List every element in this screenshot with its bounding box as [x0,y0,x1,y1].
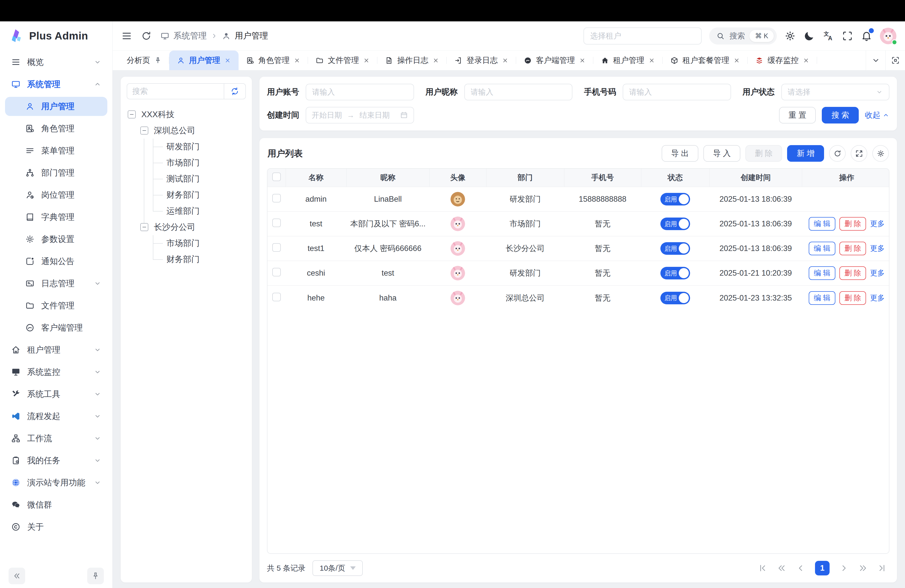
tree-node-4[interactable]: 测试部门 [127,171,246,187]
tab-close-icon[interactable] [803,57,810,64]
tab-close-icon[interactable] [224,57,231,64]
tree-node-5[interactable]: 财务部门 [127,187,246,203]
translate-icon[interactable]: 文A [822,30,834,42]
sidebar-item-13[interactable]: 租户管理 [5,340,107,359]
sidebar-item-17[interactable]: 工作流 [5,429,107,448]
sidebar-item-19[interactable]: 演示站专用功能 [5,473,107,492]
notifications-button[interactable] [861,30,872,42]
first-page-button[interactable] [758,563,767,573]
tree-refresh-button[interactable] [224,84,245,99]
sidebar-item-14[interactable]: 系统监控 [5,362,107,381]
row-avatar[interactable] [451,241,465,256]
row-avatar[interactable] [451,266,465,280]
row-avatar[interactable] [451,192,465,207]
table-fullscreen-button[interactable] [851,145,867,162]
export-button[interactable]: 导 出 [662,145,699,162]
sidebar-item-11[interactable]: 文件管理 [5,296,107,315]
status-select[interactable]: 请选择 [781,84,890,100]
sidebar-item-15[interactable]: 系统工具 [5,385,107,404]
search-button[interactable]: 搜 索 [822,107,859,124]
prev-5-pages-button[interactable] [777,563,786,573]
sidebar-item-21[interactable]: 关于 [5,517,107,536]
status-toggle[interactable]: 启用 [660,242,690,255]
status-toggle[interactable]: 启用 [660,218,690,230]
sidebar-item-2[interactable]: 用户管理 [5,97,107,116]
edit-button[interactable]: 编 辑 [809,291,835,305]
fullscreen-icon[interactable] [841,30,853,42]
row-checkbox[interactable] [272,194,281,202]
import-button[interactable]: 导 入 [703,145,740,162]
global-search-button[interactable]: 搜索 ⌘ K [709,27,777,44]
status-toggle[interactable]: 启用 [660,193,690,205]
tabs-dropdown-button[interactable] [866,51,885,70]
more-actions-link[interactable]: 更多 [870,243,884,254]
nickname-input[interactable] [464,84,573,100]
tab-close-icon[interactable] [363,57,370,64]
tree-node-7[interactable]: 长沙分公司 [127,219,246,235]
table-refresh-button[interactable] [829,145,846,162]
tab-9[interactable]: 缓存监控 [748,51,817,70]
breadcrumb-parent[interactable]: 系统管理 [173,30,206,41]
sidebar-item-10[interactable]: 日志管理 [5,274,107,293]
reset-button[interactable]: 重 置 [779,107,816,124]
status-toggle[interactable]: 启用 [660,267,690,280]
next-5-pages-button[interactable] [858,563,868,573]
edit-button[interactable]: 编 辑 [809,242,835,255]
dark-mode-moon-icon[interactable] [803,30,815,42]
row-checkbox[interactable] [272,268,281,277]
tree-search-input[interactable] [127,84,224,99]
sidebar-item-5[interactable]: 部门管理 [5,163,107,182]
delete-button[interactable]: 删 除 [745,145,782,162]
tree-node-0[interactable]: XXX科技 [127,106,246,122]
next-page-button[interactable] [839,563,849,573]
refresh-page-icon[interactable] [141,30,152,41]
status-toggle[interactable]: 启用 [660,292,690,304]
row-checkbox[interactable] [272,243,281,252]
tab-close-icon[interactable] [502,57,508,64]
tree-expander-icon[interactable] [128,110,136,118]
gear-icon[interactable] [784,30,796,42]
phone-input[interactable] [623,84,731,100]
tab-6[interactable]: 客户端管理 [516,51,593,70]
tree-expander-icon[interactable] [140,223,148,231]
tab-2[interactable]: 角色管理 [238,51,308,70]
add-button[interactable]: 新 增 [787,145,824,162]
row-avatar[interactable] [451,291,465,305]
select-all-checkbox[interactable] [272,173,281,181]
last-page-button[interactable] [877,563,887,573]
tab-7[interactable]: 租户管理 [593,51,663,70]
tab-8[interactable]: 租户套餐管理 [663,51,748,70]
delete-row-button[interactable]: 删 除 [839,242,866,255]
sidebar-item-6[interactable]: 岗位管理 [5,185,107,205]
tree-node-3[interactable]: 市场部门 [127,155,246,171]
row-checkbox[interactable] [272,219,281,227]
sidebar-item-1[interactable]: 系统管理 [5,75,107,94]
tree-node-2[interactable]: 研发部门 [127,138,246,155]
delete-row-button[interactable]: 删 除 [839,217,866,230]
delete-row-button[interactable]: 删 除 [839,291,866,305]
edit-button[interactable]: 编 辑 [809,266,835,280]
row-avatar[interactable] [451,216,465,231]
sidebar-item-4[interactable]: 菜单管理 [5,141,107,160]
tree-node-6[interactable]: 运维部门 [127,203,246,219]
tree-node-1[interactable]: 深圳总公司 [127,122,246,138]
sidebar-item-7[interactable]: 字典管理 [5,208,107,227]
tab-close-icon[interactable] [648,57,655,64]
tree-expander-icon[interactable] [140,127,148,135]
sidebar-item-12[interactable]: 客户端管理 [5,318,107,337]
current-page-button[interactable]: 1 [815,561,830,575]
sidebar-item-9[interactable]: 通知公告 [5,252,107,271]
prev-page-button[interactable] [796,563,805,573]
tree-node-9[interactable]: 财务部门 [127,251,246,267]
sidebar-item-3[interactable]: 角色管理 [5,119,107,138]
sidebar-item-20[interactable]: 微信群 [5,495,107,514]
sidebar-item-18[interactable]: 我的任务 [5,451,107,470]
page-size-select[interactable]: 10条/页 [313,560,363,576]
more-actions-link[interactable]: 更多 [870,219,884,229]
tab-close-icon[interactable] [733,57,740,64]
tab-5[interactable]: 登录日志 [447,51,516,70]
table-settings-button[interactable] [872,145,889,162]
tab-4[interactable]: 操作日志 [377,51,447,70]
account-input[interactable] [306,84,414,100]
user-avatar[interactable] [880,28,897,44]
